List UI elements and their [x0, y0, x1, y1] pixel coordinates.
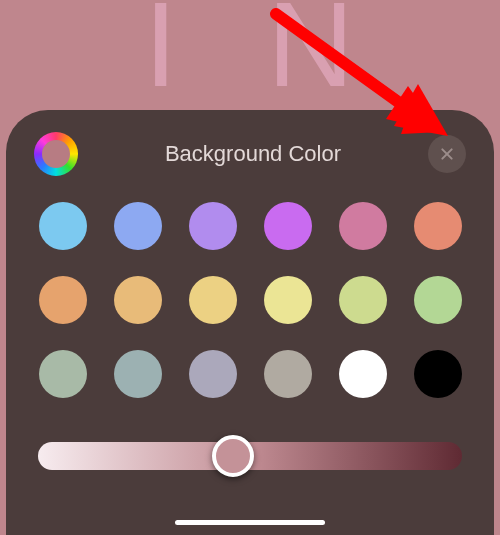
slider-thumb[interactable] — [212, 435, 254, 477]
color-swatch[interactable] — [189, 276, 237, 324]
color-swatch[interactable] — [189, 350, 237, 398]
close-icon — [439, 146, 455, 162]
close-button[interactable] — [428, 135, 466, 173]
color-swatch[interactable] — [39, 350, 87, 398]
color-swatch[interactable] — [264, 350, 312, 398]
color-swatch[interactable] — [414, 202, 462, 250]
color-swatch[interactable] — [114, 202, 162, 250]
shade-slider[interactable] — [38, 440, 462, 472]
background-monogram: I N — [0, 0, 500, 104]
color-swatch[interactable] — [114, 350, 162, 398]
color-swatch[interactable] — [264, 202, 312, 250]
color-swatch[interactable] — [39, 276, 87, 324]
bg-letter: N — [267, 0, 356, 104]
svg-line-0 — [276, 14, 416, 114]
spectrum-button[interactable] — [34, 132, 78, 176]
color-swatch[interactable] — [339, 350, 387, 398]
color-swatch[interactable] — [339, 202, 387, 250]
home-indicator — [175, 520, 325, 525]
color-swatch[interactable] — [114, 276, 162, 324]
color-swatch[interactable] — [414, 276, 462, 324]
bg-letter: I — [144, 0, 179, 104]
color-swatch[interactable] — [39, 202, 87, 250]
color-picker-panel: Background Color — [6, 110, 494, 535]
swatch-grid — [34, 202, 466, 398]
panel-title: Background Color — [78, 141, 428, 167]
panel-header: Background Color — [34, 132, 466, 176]
spectrum-preview — [42, 140, 70, 168]
color-swatch[interactable] — [339, 276, 387, 324]
color-swatch[interactable] — [189, 202, 237, 250]
color-swatch[interactable] — [264, 276, 312, 324]
color-swatch[interactable] — [414, 350, 462, 398]
